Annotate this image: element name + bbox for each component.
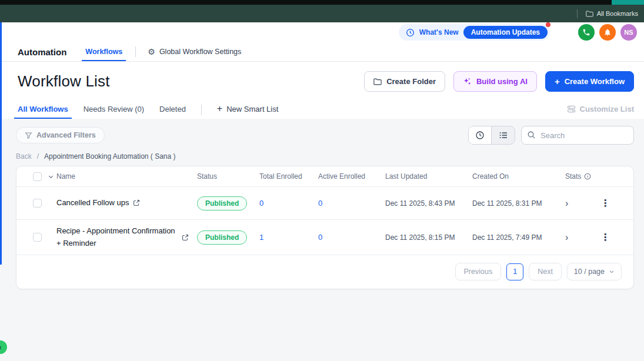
plus-icon: + [217, 104, 222, 113]
stats-expand-button[interactable]: › [559, 232, 600, 243]
active-enrolled-link[interactable]: 0 [318, 199, 385, 208]
row-checkbox[interactable] [33, 199, 42, 208]
notifications-button[interactable] [599, 24, 616, 41]
column-header-active-enrolled[interactable]: Active Enrolled [318, 172, 385, 180]
breadcrumb-back-link[interactable]: Back [16, 152, 32, 161]
total-enrolled-link[interactable]: 0 [259, 199, 318, 208]
active-enrolled-link[interactable]: 0 [318, 233, 385, 242]
plus-icon: + [555, 77, 560, 86]
select-all-checkbox[interactable] [33, 172, 42, 181]
tab-needs-review[interactable]: Needs Review (0) [84, 105, 144, 119]
column-header-total-enrolled[interactable]: Total Enrolled [259, 172, 318, 180]
previous-page-button[interactable]: Previous [455, 263, 502, 280]
search-input[interactable] [521, 126, 634, 145]
page-head: Workflow List Create Folder [0, 62, 644, 119]
external-link-icon[interactable] [182, 234, 189, 241]
build-using-ai-label: Build using AI [476, 77, 528, 86]
bookmarks-divider [577, 9, 578, 18]
workflow-name[interactable]: Cancelled Follow ups [56, 197, 129, 209]
user-avatar[interactable]: NS [620, 24, 637, 41]
new-smart-list-button[interactable]: + New Smart List [217, 104, 278, 119]
workflow-name-cell[interactable]: Recipe - Appointment Confirmation + Remi… [56, 225, 197, 249]
whats-new-banner[interactable]: What's New Automation Updates [399, 24, 550, 41]
column-header-last-updated[interactable]: Last Updated [385, 172, 472, 180]
global-settings-label: Global Workflow Settings [159, 48, 241, 56]
new-smart-list-label: New Smart List [226, 105, 278, 113]
left-accent-bar [0, 22, 2, 265]
folder-icon [373, 78, 382, 85]
advanced-filters-label: Advanced Filters [36, 131, 96, 139]
page-size-select[interactable]: 10 / page [567, 263, 622, 280]
next-page-button[interactable]: Next [529, 263, 562, 280]
list-view-button[interactable] [492, 126, 515, 144]
breadcrumb-separator: / [37, 152, 39, 161]
page-actions: Create Folder Build using AI [364, 71, 634, 92]
browser-bookmarks-bar: All Bookmarks [0, 5, 644, 22]
build-using-ai-button[interactable]: Build using AI [453, 71, 537, 92]
customize-list-label: Customize List [580, 105, 634, 113]
column-header-created-on[interactable]: Created On [472, 172, 559, 180]
row-menu-button[interactable]: ⋮ [600, 232, 633, 243]
row-checkbox[interactable] [33, 233, 42, 242]
column-header-status[interactable]: Status [197, 172, 259, 180]
tab-workflows[interactable]: Workflows [84, 42, 124, 61]
chevron-down-icon[interactable] [48, 173, 54, 180]
stats-header-label: Stats [565, 172, 581, 180]
search-box [521, 126, 634, 145]
current-page-button[interactable]: 1 [506, 263, 523, 280]
history-view-button[interactable] [469, 126, 492, 144]
stats-expand-button[interactable]: › [559, 198, 600, 209]
last-updated-value: Dec 11 2025, 8:43 PM [385, 199, 472, 208]
screen: All Bookmarks What's New Automation Upda… [0, 0, 644, 361]
table-row[interactable]: Cancelled Follow ups Published 0 0 Dec 1… [16, 187, 633, 220]
clock-icon [475, 131, 485, 140]
workflow-table: Name Status Total Enrolled Active Enroll… [16, 166, 634, 289]
status-badge: Published [197, 196, 247, 210]
tab-all-workflows[interactable]: All Workflows [18, 105, 68, 119]
page-size-value: 10 / page [574, 268, 605, 276]
tab-deleted[interactable]: Deleted [159, 105, 186, 119]
external-link-icon[interactable] [133, 199, 140, 206]
workflow-name-cell[interactable]: Cancelled Follow ups [56, 197, 197, 209]
funnel-icon [25, 132, 32, 139]
phone-button[interactable] [578, 24, 595, 41]
global-workflow-settings-link[interactable]: ⚙ Global Workflow Settings [148, 42, 241, 61]
created-on-value: Dec 11 2025, 7:49 PM [472, 233, 559, 242]
customize-list-icon [567, 105, 576, 113]
browser-tab-accent [612, 0, 644, 5]
page-title: Workflow List [18, 72, 110, 91]
create-folder-button[interactable]: Create Folder [364, 71, 445, 92]
customize-list-button[interactable]: Customize List [567, 105, 634, 119]
status-cell: Published [197, 196, 259, 210]
total-enrolled-link[interactable]: 1 [259, 233, 318, 242]
row-menu-button[interactable]: ⋮ [600, 198, 633, 209]
sparkle-icon [463, 77, 472, 86]
filters-row: Advanced Filters [16, 126, 634, 145]
workflow-name[interactable]: Recipe - Appointment Confirmation + Remi… [56, 225, 178, 249]
status-cell: Published [197, 230, 259, 245]
table-row[interactable]: Recipe - Appointment Confirmation + Remi… [16, 220, 633, 255]
pagination: Previous 1 Next 10 / page [16, 255, 633, 289]
list-tabs-row: All Workflows Needs Review (0) Deleted +… [18, 101, 634, 119]
status-badge: Published [197, 230, 247, 245]
tabs-divider [201, 105, 202, 115]
app-window: What's New Automation Updates [0, 22, 644, 361]
all-bookmarks-button[interactable]: All Bookmarks [586, 10, 638, 17]
breadcrumb-current: Appointment Booking Automation ( Sana ) [44, 152, 175, 161]
page-body: Advanced Filters [0, 119, 644, 361]
column-header-stats[interactable]: Stats [559, 172, 600, 180]
notification-dot [546, 22, 550, 27]
folder-icon [586, 11, 593, 17]
create-workflow-label: Create Workflow [565, 77, 625, 86]
advanced-filters-button[interactable]: Advanced Filters [16, 127, 105, 143]
gear-icon: ⚙ [148, 48, 155, 56]
info-icon [584, 173, 591, 180]
create-workflow-button[interactable]: + Create Workflow [545, 71, 634, 92]
table-header-row: Name Status Total Enrolled Active Enroll… [16, 166, 633, 187]
column-header-name[interactable]: Name [56, 172, 197, 180]
automation-updates-pill[interactable]: Automation Updates [463, 26, 548, 39]
browser-top-strip [0, 0, 644, 5]
section-title: Automation [18, 47, 66, 57]
all-bookmarks-label: All Bookmarks [597, 10, 638, 17]
nav-divider [135, 46, 136, 57]
